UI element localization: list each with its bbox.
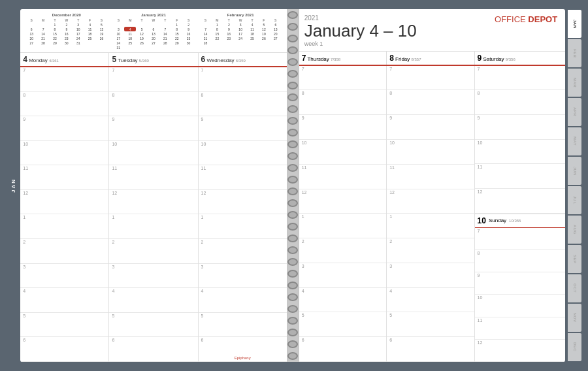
time-1-tue[interactable]: 1 (109, 214, 197, 239)
tab-nov[interactable]: NOV (568, 304, 581, 332)
week-title: January 4 – 10 (304, 22, 417, 40)
planner: JAN December 2020 SMTWTFS 12345 67891011… (7, 7, 581, 364)
right-day-headers: 7 Thursday 7/358 8 Friday 8/357 9 Saturd… (299, 52, 565, 66)
time-8-tue[interactable]: 8 (109, 92, 197, 117)
time-8-fri[interactable]: 8 (387, 90, 474, 115)
time-12-thu[interactable]: 12 (299, 189, 386, 214)
time-5-mon[interactable]: 5 (20, 313, 108, 338)
time-9-fri[interactable]: 9 (387, 115, 474, 140)
time-3-thu[interactable]: 3 (299, 263, 386, 288)
time-2-tue[interactable]: 2 (109, 239, 197, 264)
time-8-thu[interactable]: 8 (299, 90, 386, 115)
time-10-mon[interactable]: 10 (20, 141, 108, 166)
time-11-sun[interactable]: 11 (475, 317, 566, 340)
time-7-mon[interactable]: 7 (20, 67, 108, 92)
time-2-mon[interactable]: 2 (20, 239, 108, 264)
time-6-fri[interactable]: 6 (387, 337, 474, 362)
time-4-mon[interactable]: 4 (20, 288, 108, 313)
time-2-wed[interactable]: 2 (199, 239, 287, 264)
time-9-sun[interactable]: 9 (475, 272, 566, 295)
time-12-tue[interactable]: 12 (109, 190, 197, 215)
right-header: 2021 January 4 – 10 week 1 Office DEPOT (299, 9, 565, 52)
time-6-tue[interactable]: 6 (109, 337, 197, 362)
tab-aug[interactable]: AUG (568, 216, 581, 244)
tab-oct[interactable]: OCT (568, 274, 581, 302)
time-8-sat[interactable]: 8 (475, 90, 566, 115)
time-3-mon[interactable]: 3 (20, 264, 108, 289)
time-10-thu[interactable]: 10 (299, 140, 386, 165)
time-1-mon[interactable]: 1 (20, 214, 108, 239)
time-7-tue[interactable]: 7 (109, 67, 197, 92)
time-9-sat[interactable]: 9 (475, 115, 566, 140)
time-9-tue[interactable]: 9 (109, 116, 197, 141)
time-11-wed[interactable]: 11 (199, 165, 287, 190)
time-3-wed[interactable]: 3 (199, 264, 287, 289)
sat-section[interactable]: 7 8 9 10 11 12 (475, 66, 566, 214)
time-2-fri[interactable]: 2 (387, 238, 474, 263)
time-5-tue[interactable]: 5 (109, 313, 197, 338)
time-4-wed[interactable]: 4 (199, 288, 287, 313)
time-10-fri[interactable]: 10 (387, 140, 474, 165)
time-8-sun[interactable]: 8 (475, 250, 566, 272)
time-12-sat[interactable]: 12 (475, 189, 566, 214)
time-11-thu[interactable]: 11 (299, 165, 386, 189)
time-4-tue[interactable]: 4 (109, 288, 197, 313)
time-3-fri[interactable]: 3 (387, 263, 474, 288)
time-2-thu[interactable]: 2 (299, 238, 386, 263)
time-11-mon[interactable]: 11 (20, 165, 108, 190)
time-1-fri[interactable]: 1 (387, 214, 474, 238)
time-12-sun[interactable]: 12 (475, 340, 566, 362)
time-4-fri[interactable]: 4 (387, 288, 474, 313)
time-12-mon[interactable]: 12 (20, 190, 108, 215)
time-6-mon[interactable]: 6 (20, 337, 108, 362)
mini-cal-dec-title: December 2020 (25, 13, 107, 17)
tab-feb[interactable]: FEB (568, 39, 581, 67)
time-9-mon[interactable]: 9 (20, 116, 108, 141)
time-7-wed[interactable]: 7 (199, 67, 287, 92)
tab-mar[interactable]: MAR (568, 69, 581, 97)
time-7-sun[interactable]: 7 (475, 228, 566, 250)
col-friday[interactable]: 7 8 9 10 11 12 1 2 3 4 5 6 (387, 66, 474, 362)
time-6-thu[interactable]: 6 (299, 337, 386, 362)
time-11-fri[interactable]: 11 (387, 165, 474, 189)
time-10-tue[interactable]: 10 (109, 141, 197, 166)
time-7-fri[interactable]: 7 (387, 66, 474, 91)
tab-jul[interactable]: JUL (568, 186, 581, 214)
time-5-thu[interactable]: 5 (299, 312, 386, 337)
time-10-sat[interactable]: 10 (475, 140, 566, 165)
brand-office: Office (495, 14, 526, 24)
time-4-thu[interactable]: 4 (299, 288, 386, 313)
footnote-text: Epiphany (235, 356, 251, 360)
time-9-thu[interactable]: 9 (299, 115, 386, 140)
time-12-fri[interactable]: 12 (387, 189, 474, 214)
tab-sep[interactable]: SEP (568, 245, 581, 273)
jan-tab: JAN (10, 178, 16, 193)
col-tuesday[interactable]: 7 8 9 10 11 12 1 2 3 4 5 6 (109, 67, 198, 362)
time-1-thu[interactable]: 1 (299, 214, 386, 238)
tab-may[interactable]: MAY (568, 127, 581, 155)
time-6-wed[interactable]: 6 Epiphany (199, 337, 287, 362)
time-5-wed[interactable]: 5 (199, 313, 287, 338)
day-header-sat: 9 Saturday 9/356 (475, 52, 566, 65)
tab-jan[interactable]: JAN (568, 10, 581, 38)
col-thursday[interactable]: 7 8 9 10 11 12 1 2 3 4 5 6 (299, 66, 387, 362)
tab-jun[interactable]: JUN (568, 157, 581, 185)
time-3-tue[interactable]: 3 (109, 264, 197, 289)
day-header-mon: 4 Monday 4/361 (20, 53, 109, 66)
time-5-fri[interactable]: 5 (387, 312, 474, 337)
tab-dec[interactable]: DEC (568, 333, 581, 361)
col-wednesday[interactable]: 7 8 9 10 11 12 1 2 3 4 5 6 Epiphany (199, 67, 287, 362)
time-8-wed[interactable]: 8 (199, 92, 287, 117)
time-8-mon[interactable]: 8 (20, 92, 108, 117)
time-9-wed[interactable]: 9 (199, 116, 287, 141)
col-monday[interactable]: 7 8 9 10 11 12 1 2 3 4 5 6 (20, 67, 109, 362)
tab-apr[interactable]: APR (568, 98, 581, 126)
time-1-wed[interactable]: 1 (199, 214, 287, 239)
time-10-sun[interactable]: 10 (475, 295, 566, 317)
time-11-sat[interactable]: 11 (475, 164, 566, 189)
time-10-wed[interactable]: 10 (199, 141, 287, 166)
time-11-tue[interactable]: 11 (109, 165, 197, 190)
time-12-wed[interactable]: 12 (199, 190, 287, 215)
time-7-sat[interactable]: 7 (475, 66, 566, 91)
time-7-thu[interactable]: 7 (299, 66, 386, 91)
